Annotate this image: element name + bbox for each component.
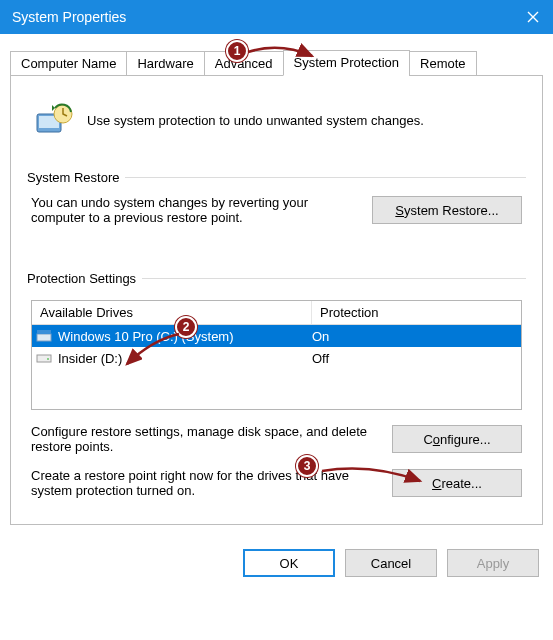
group-system-restore-label: System Restore [27,170,119,185]
svg-rect-5 [37,355,51,362]
tabstrip: Computer Name Hardware Advanced System P… [10,50,543,76]
apply-button: Apply [447,549,539,577]
window-title: System Properties [12,9,513,25]
group-protection-settings-label: Protection Settings [27,271,136,286]
drives-table[interactable]: Available Drives Protection Windows 10 P… [31,300,522,410]
drive-name: Windows 10 Pro (C:) (System) [56,329,312,344]
drive-icon [32,352,56,364]
cancel-button[interactable]: Cancel [345,549,437,577]
drive-name: Insider (D:) [56,351,312,366]
tab-advanced[interactable]: Advanced [204,51,284,76]
configure-text: Configure restore settings, manage disk … [31,424,380,454]
intro-text: Use system protection to undo unwanted s… [87,113,522,128]
table-row[interactable]: Insider (D:) Off [32,347,521,369]
configure-button[interactable]: Configure... [392,425,522,453]
ok-button[interactable]: OK [243,549,335,577]
tab-panel-system-protection: Use system protection to undo unwanted s… [10,76,543,525]
drive-status: On [312,329,521,344]
tab-remote[interactable]: Remote [409,51,477,76]
create-text: Create a restore point right now for the… [31,468,380,498]
drive-system-icon [32,329,56,343]
col-available-drives[interactable]: Available Drives [32,301,312,324]
close-button[interactable] [513,0,553,34]
drive-status: Off [312,351,521,366]
close-icon [527,11,539,23]
tab-hardware[interactable]: Hardware [126,51,204,76]
svg-rect-4 [37,330,51,334]
divider [142,278,526,279]
col-protection[interactable]: Protection [312,301,521,324]
tab-computer-name[interactable]: Computer Name [10,51,127,76]
system-restore-button[interactable]: System Restore... [372,196,522,224]
create-restore-point-button[interactable]: Create... [392,469,522,497]
titlebar: System Properties [0,0,553,34]
dialog-button-bar: OK Cancel Apply [0,537,553,589]
system-restore-text: You can undo system changes by reverting… [31,195,360,225]
table-header: Available Drives Protection [32,301,521,325]
system-protection-icon [31,98,75,142]
divider [125,177,526,178]
table-row[interactable]: Windows 10 Pro (C:) (System) On [32,325,521,347]
tab-system-protection[interactable]: System Protection [283,50,411,76]
svg-rect-3 [37,334,51,341]
svg-point-6 [47,358,49,360]
